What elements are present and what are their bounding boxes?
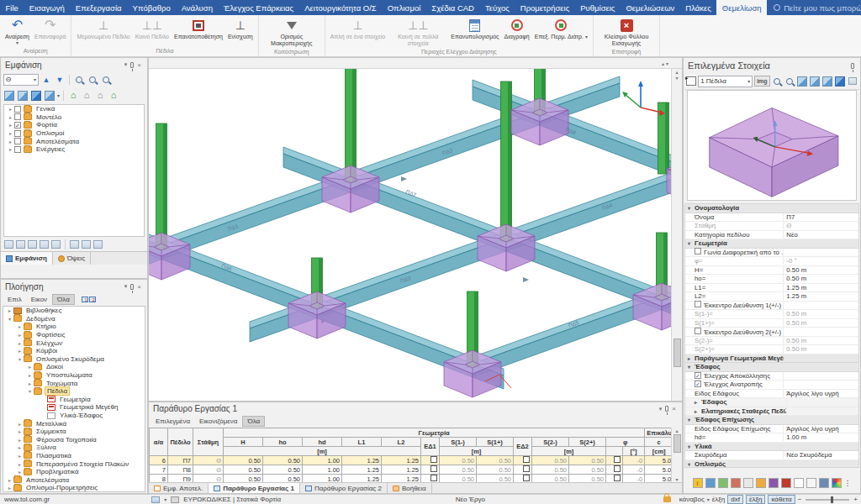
scroll-up-icon[interactable]: ▴: [675, 428, 678, 433]
section-arrow-icon[interactable]: ▸: [692, 399, 700, 405]
tab-views[interactable]: Όψεις: [53, 252, 91, 265]
property-checkbox[interactable]: [695, 328, 701, 334]
redo-button[interactable]: ↷ Επαναφορά: [32, 16, 68, 47]
website-link[interactable]: www.tol.com.gr: [0, 496, 146, 503]
col-header-H[interactable]: H: [224, 438, 263, 447]
property-value[interactable]: 0.50 m: [784, 319, 858, 327]
property-value[interactable]: 0.50 m: [784, 275, 858, 282]
level-combo[interactable]: Θ ▾: [3, 74, 39, 86]
panel-menu-icon[interactable]: ▾: [123, 61, 129, 68]
property-value[interactable]: 0.50 m: [784, 345, 858, 353]
tell-me-box[interactable]: Πείτε μου πως μπορώ να β...: [767, 0, 861, 15]
view-cube-sw-icon[interactable]: [796, 76, 807, 87]
view-cube-se-icon[interactable]: [809, 76, 820, 87]
nav-tree-item[interactable]: ▸ Αποτελέσματα: [3, 475, 145, 484]
property-row[interactable]: Σκυρόδεμα Νέο Σκυρόδεμα: [685, 451, 858, 460]
property-value[interactable]: Νέο Σκυρόδεμα: [784, 451, 858, 459]
property-value[interactable]: 0.50 m: [784, 337, 858, 344]
nav-tree-item[interactable]: ▸ Οπλισμοί-Προμετρήσεις: [3, 484, 145, 492]
nav-window1-icon[interactable]: 1: [82, 297, 88, 302]
menu-item[interactable]: File: [0, 0, 24, 15]
col-header-s2m[interactable]: S(2-): [532, 438, 569, 447]
cell-L1[interactable]: 1.25: [342, 465, 382, 475]
zoom-window-icon[interactable]: [784, 76, 795, 87]
expand-icon[interactable]: ▸: [7, 114, 14, 120]
view-cube-top-icon[interactable]: [44, 90, 55, 101]
palette-icon[interactable]: [781, 478, 791, 488]
cell-aa[interactable]: 7: [150, 465, 168, 475]
zoom-previous-icon[interactable]: [100, 74, 112, 85]
property-row[interactable]: ▾ Έδαφος: [685, 363, 858, 372]
expand-icon[interactable]: ▸: [16, 332, 24, 338]
nav-tree-item[interactable]: ▸ Φέρουσα Τοιχοποιία: [3, 436, 145, 444]
zoom-slider[interactable]: [806, 499, 849, 501]
nav-tree-item[interactable]: ▸ Κτήριο: [3, 323, 145, 331]
property-row[interactable]: S(1-)= 0.50 m: [685, 310, 858, 319]
expand-icon[interactable]: ▸: [6, 307, 13, 313]
expand-icon[interactable]: ▸: [7, 146, 14, 152]
expand-icon[interactable]: ▸: [16, 469, 24, 475]
property-row[interactable]: Έκκεντρο Διεύθυνση 1(+/-): [685, 302, 858, 311]
property-row[interactable]: ▾ Οπλισμός: [685, 460, 858, 469]
expand-icon[interactable]: ▸: [7, 106, 14, 112]
col-header-ho[interactable]: ho: [263, 438, 303, 447]
col-header-s2p[interactable]: S(2+): [569, 438, 606, 447]
property-checkbox[interactable]: ✓: [695, 381, 701, 387]
nav-filter-shown[interactable]: Εικον: [27, 295, 51, 304]
property-row[interactable]: Είδος Εδάφους Επίχωσης Άργιλος λίγο υγρή: [685, 425, 858, 434]
property-row[interactable]: Στάθμη Θ: [685, 222, 858, 231]
expand-icon[interactable]: ▸: [16, 348, 24, 354]
nav-tree-item[interactable]: ▸ Προβληματικά: [3, 468, 145, 476]
property-row[interactable]: ho= 0.50 m: [685, 275, 858, 284]
property-row[interactable]: L1= 1.25 m: [685, 284, 858, 293]
image-icon[interactable]: [819, 478, 829, 488]
col-header-ed2[interactable]: ΕΔ2: [514, 438, 532, 456]
checkbox[interactable]: [523, 456, 530, 463]
ortho-toggle[interactable]: κάθετα: [768, 495, 795, 504]
clipboard-icon[interactable]: [806, 478, 816, 488]
nav-tree-item[interactable]: ▸ Πεπερασμένα Στοιχεία Πλακών: [3, 459, 145, 468]
checkbox[interactable]: [614, 475, 621, 481]
nav-tree-item[interactable]: ▸ Φορτίσεις: [3, 331, 145, 339]
cell-hd[interactable]: 1.00: [303, 456, 342, 465]
chart-line-icon[interactable]: [743, 478, 753, 488]
ww-filter-shown[interactable]: Εικονιζόμενα: [195, 417, 241, 426]
menu-item[interactable]: Σχέδια CAD: [426, 0, 480, 15]
cell-ed1-checkbox[interactable]: [421, 465, 440, 475]
zoom-select-icon[interactable]: [16, 240, 25, 249]
levels-icon[interactable]: [82, 240, 91, 249]
tab-help[interactable]: Βοήθεια: [388, 483, 432, 493]
property-checkbox[interactable]: [695, 301, 701, 307]
menu-item[interactable]: Υπόβαθρο: [127, 0, 176, 15]
table-row[interactable]: 6 Π7 Θ 0.50 0.50 1.00 1.25 1.25 0.50 0.5…: [150, 456, 673, 465]
scroll-down-icon[interactable]: ▾: [675, 476, 678, 482]
view-cube-iso-icon[interactable]: [30, 90, 42, 101]
cell-c[interactable]: 5.0: [645, 456, 673, 465]
grid-icon[interactable]: [93, 240, 103, 249]
nav-tree-item[interactable]: ▾ Πέδιλα: [3, 387, 145, 396]
menu-item[interactable]: Λειτουργικότητα Ο/Σ: [299, 0, 383, 15]
table-row[interactable]: 7 Π8 Θ 0.50 0.50 1.00 1.25 1.25 0.50 0.5…: [150, 465, 673, 475]
view-cube-ne-icon[interactable]: [821, 76, 832, 87]
display-tree-item[interactable]: ▸ Οπλισμοί: [4, 129, 144, 138]
snap-label[interactable]: έλξη: [712, 496, 725, 503]
nav-tree-item[interactable]: ▸ Ελέγχων: [3, 339, 145, 347]
model-canvas[interactable]: ΠΔ1 ΠΔ2 ΠΔ3 ΠΔ4 ΠΔ5 ΠΔ6 ΠΔ7 ΠΔ8: [149, 69, 671, 401]
property-row[interactable]: ✓Έλεγχος Ανατροπής: [685, 381, 858, 390]
select-label-icon[interactable]: [4, 240, 13, 249]
tab-work-window-2[interactable]: Παράθυρο Εργασίας 2: [300, 483, 388, 493]
model-viewport[interactable]: ▴ ▾ ▴ ▾: [148, 57, 683, 402]
expand-icon[interactable]: ▸: [16, 444, 24, 450]
expand-icon[interactable]: ▸: [26, 381, 34, 386]
display-tree-item[interactable]: ▸ Αποτελέσματα: [4, 137, 144, 145]
close-icon[interactable]: ×: [135, 61, 143, 69]
property-row[interactable]: ▾ Ονοματολογία: [685, 204, 858, 213]
col-header-hd[interactable]: hd: [303, 438, 342, 447]
cell-H[interactable]: 0.50: [224, 465, 263, 475]
scroll-down-icon[interactable]: ▾: [675, 75, 678, 81]
image-export-button[interactable]: img: [754, 76, 769, 87]
snap-toggle[interactable]: έλξη: [746, 495, 765, 504]
col-header-stathmi[interactable]: Στάθμη: [193, 428, 224, 456]
property-row[interactable]: ▸ Παράγωγα Γεωμετρικά Μεγέθη: [685, 354, 858, 364]
scrollbar-thumb[interactable]: [673, 339, 681, 367]
